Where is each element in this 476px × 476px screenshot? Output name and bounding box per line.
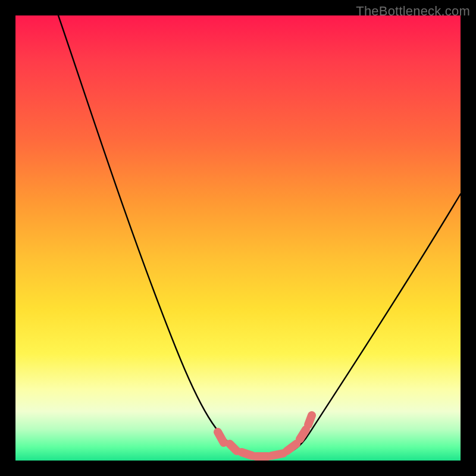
bottleneck-curve bbox=[58, 15, 461, 456]
svg-line-5 bbox=[287, 444, 296, 451]
svg-line-1 bbox=[230, 444, 237, 451]
svg-line-6 bbox=[300, 430, 306, 439]
svg-line-2 bbox=[242, 452, 252, 456]
chart-frame: TheBottleneck.com bbox=[0, 0, 476, 476]
highlight-markers bbox=[218, 415, 312, 456]
svg-line-0 bbox=[218, 432, 224, 443]
svg-line-4 bbox=[271, 453, 283, 456]
bottleneck-curve-svg bbox=[15, 15, 461, 461]
svg-line-7 bbox=[308, 415, 312, 425]
plot-area bbox=[15, 15, 461, 461]
